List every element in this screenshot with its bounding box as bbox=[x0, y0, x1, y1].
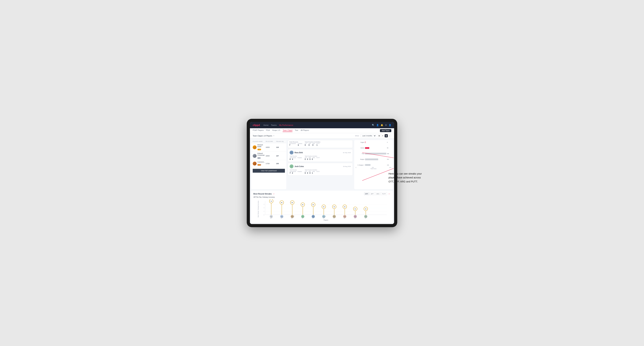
streak-tab-putt[interactable]: PUTT bbox=[381, 192, 387, 195]
chart-footer: 0200400 Total Shots bbox=[356, 167, 391, 169]
leaderboard-header: PLAYER NAME PB SCORE PB AVG SQ bbox=[251, 140, 286, 143]
svg-text:7x: 7x bbox=[270, 201, 272, 202]
period-dropdown[interactable]: Last 3 months bbox=[360, 134, 376, 137]
search-icon[interactable]: 🔍 bbox=[372, 124, 374, 126]
bar-fill-dbogeys bbox=[365, 164, 370, 166]
avatar-3: C bbox=[253, 162, 256, 166]
arrow-right-icon: ← bbox=[388, 192, 390, 195]
player-name-3: Cameron... bbox=[258, 161, 265, 163]
chart-view-icon[interactable]: ↕ bbox=[388, 134, 391, 137]
svg-text:6x: 6x bbox=[292, 202, 293, 203]
pb-score-3: 17/20 bbox=[266, 163, 276, 165]
bar-fill-bogeys bbox=[365, 159, 378, 160]
practice-value: 4 bbox=[292, 158, 293, 160]
list-view-icon[interactable]: ≡ bbox=[381, 134, 384, 137]
bar-label-pars: Pars bbox=[356, 153, 364, 154]
bar-label-dbogeys: D. Bogeys + bbox=[356, 165, 364, 166]
table-row[interactable]: EC Edward Crossman ⬡2 18/20 107 bbox=[251, 152, 286, 160]
player-card-rees: RB Rees Britt 02 Sep 2023 Total Rounds T… bbox=[288, 149, 353, 162]
total-shots-label: Total Shots bbox=[370, 168, 376, 169]
nav-teams[interactable]: Teams bbox=[271, 124, 277, 126]
streak-tabs: OTT APP ARG PUTT ← bbox=[364, 192, 390, 195]
tablet-frame: clippd Home Teams My Performance 🔍 👤 🔔 ⚙… bbox=[247, 119, 397, 227]
bar-value-pars: 499 bbox=[387, 153, 391, 154]
add-team-button[interactable]: Add Team bbox=[380, 129, 391, 132]
rounds-sublabels: Tournament Practice bbox=[290, 157, 302, 158]
team-title: Team Clippd | 14 Players bbox=[253, 135, 272, 137]
team-controls: Show Last 3 months ⊞ ≡ ▦ ↕ bbox=[355, 134, 391, 137]
svg-text:5x: 5x bbox=[302, 204, 304, 205]
tab-team-clippd[interactable]: Team Clippd bbox=[282, 129, 292, 132]
rounds-values-josh: 7 2 bbox=[290, 172, 302, 174]
rank-badge-2: ⬡2 bbox=[258, 157, 260, 159]
card-header-josh: JC Josh Coles 26 Aug 2023 bbox=[290, 165, 351, 168]
avatar-2: EC bbox=[253, 154, 256, 158]
bar-value-birdies: 96 bbox=[387, 147, 391, 149]
svg-text:JC: JC bbox=[302, 216, 304, 217]
bar-value-eagles: 3 bbox=[387, 142, 391, 143]
table-row[interactable]: C Cameron... 🔶3 17/20 103 bbox=[251, 160, 286, 167]
streak-tab-arg[interactable]: ARG bbox=[375, 192, 380, 195]
player-name-1: Richard Butler bbox=[258, 144, 266, 148]
nav-home[interactable]: Home bbox=[264, 124, 268, 126]
tab-pgat[interactable]: PGAT Players bbox=[253, 129, 264, 132]
subnav: PGAT Players PGA Hcaps 1-5 Team Clippd T… bbox=[250, 128, 394, 133]
tab-hcaps[interactable]: Hcaps 1-5 bbox=[272, 129, 280, 132]
streaks-section: Best Round Streaks ← OTT APP ARG PUTT ← bbox=[251, 191, 393, 223]
tablet-screen: clippd Home Teams My Performance 🔍 👤 🔔 ⚙… bbox=[250, 122, 394, 224]
tab-all-players[interactable]: All Players bbox=[301, 129, 309, 132]
subnav-tabs: PGAT Players PGA Hcaps 1-5 Team Clippd T… bbox=[253, 129, 309, 132]
arrow-icon: ← bbox=[273, 192, 275, 195]
svg-text:EE: EE bbox=[270, 216, 272, 217]
bell-icon[interactable]: 🔔 bbox=[380, 124, 383, 126]
table-view-icon[interactable]: ▦ bbox=[385, 134, 388, 137]
edit-icon[interactable]: ✏ bbox=[273, 135, 274, 137]
svg-text:4x: 4x bbox=[323, 206, 324, 207]
bar-bogeys: Bogeys 311 bbox=[356, 159, 391, 160]
team-header: Team Clippd | 14 Players ✏ Show Last 3 m… bbox=[250, 133, 394, 139]
nav-links: Home Teams My Performance bbox=[264, 124, 372, 126]
stat-group-practice: Total Practice Activities OTT APP ARG PU… bbox=[305, 156, 320, 160]
bar-label-bogeys: Bogeys bbox=[356, 159, 364, 160]
rounds-values: 8 4 bbox=[290, 158, 302, 160]
streak-tab-ott[interactable]: OTT bbox=[364, 192, 369, 195]
practice-sublabels: OTT APP ARG PUTT bbox=[305, 157, 320, 158]
col-player-name: PLAYER NAME bbox=[253, 141, 266, 142]
view-full-leaderboard-button[interactable]: View Full Leaderboard bbox=[253, 169, 285, 173]
bar-pars: Pars 499 bbox=[356, 153, 391, 155]
player-info-1: RB Richard Butler 🏅1 bbox=[253, 144, 266, 151]
player-card-josh: JC Josh Coles 26 Aug 2023 Total Rounds T… bbox=[288, 163, 353, 176]
settings-icon[interactable]: ⚙ bbox=[385, 124, 387, 126]
tab-tour[interactable]: Tour bbox=[295, 129, 298, 132]
tab-pga[interactable]: PGA bbox=[266, 129, 270, 132]
svg-text:RB: RB bbox=[312, 216, 314, 217]
streak-chart-container: Best Streak, Fairway Accuracy 0 1 2 3 bbox=[254, 199, 390, 221]
pb-score-1: 19/20 bbox=[266, 147, 276, 148]
streak-chart-svg: Best Streak, Fairway Accuracy 0 1 2 3 bbox=[254, 199, 390, 219]
nav-my-performance[interactable]: My Performance bbox=[279, 124, 293, 126]
table-row[interactable]: RB Richard Butler 🏅1 19/20 110 bbox=[251, 143, 286, 152]
bar-container-eagles bbox=[365, 141, 386, 143]
rank-badge-3: 🔶3 bbox=[258, 164, 261, 166]
player-info-2: EC Edward Crossman ⬡2 bbox=[253, 153, 266, 159]
annotation-arrows bbox=[394, 158, 396, 160]
pb-score-2: 18/20 bbox=[266, 155, 276, 157]
grid-view-icon[interactable]: ⊞ bbox=[378, 134, 381, 137]
bar-label-eagles: Eagles bbox=[356, 142, 364, 143]
streak-tab-app[interactable]: APP bbox=[370, 192, 375, 195]
svg-text:0: 0 bbox=[264, 214, 264, 215]
rounds-label: Total Rounds bbox=[290, 156, 302, 157]
card-name-josh: Josh Coles bbox=[294, 166, 304, 168]
practice-act-label-josh: Total Practice Activities bbox=[305, 169, 320, 171]
practice-sublabels-josh: OTT APP ARG PUTT bbox=[305, 171, 320, 172]
annotation: Here you can see streaks your players ha… bbox=[388, 172, 424, 183]
nav-icons: 🔍 👤 🔔 ⚙ 👤 bbox=[372, 124, 391, 126]
user-icon[interactable]: 👤 bbox=[376, 124, 379, 126]
rank-badge-1: 🏅1 bbox=[258, 149, 261, 150]
svg-text:Best Streak, Fairway Accuracy: Best Streak, Fairway Accuracy bbox=[258, 201, 259, 217]
rounds-label-josh: Total Rounds bbox=[290, 169, 302, 171]
avatar-icon[interactable]: 👤 bbox=[389, 124, 391, 126]
bar-eagles: Eagles 3 bbox=[356, 141, 391, 143]
streak-subtitle: Off The Tee, Fairway Accuracy bbox=[254, 196, 390, 198]
practice-label: Practice bbox=[298, 157, 302, 158]
